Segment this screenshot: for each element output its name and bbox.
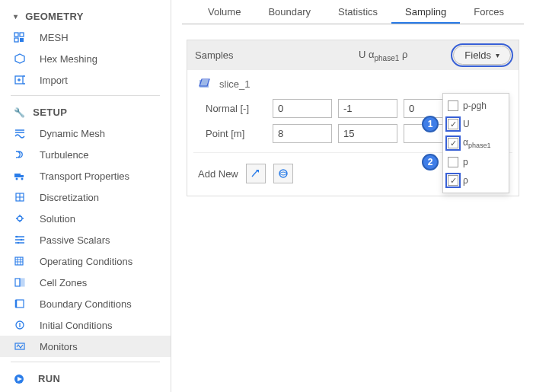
play-icon	[14, 374, 24, 384]
sidebar-item-label: Dynamic Mesh	[40, 128, 105, 139]
sidebar-item-label: MESH	[40, 32, 69, 43]
field-option-alpha-phase1[interactable]: ✓ αphase1	[443, 133, 509, 153]
tab-statistics[interactable]: Statistics	[324, 0, 391, 24]
truck-icon	[14, 169, 32, 183]
add-new-label: Add New	[198, 168, 238, 180]
dynamic-mesh-icon	[14, 126, 32, 140]
sidebar-item-label: Cell Zones	[40, 277, 87, 288]
sidebar-item-import[interactable]: Import	[0, 69, 171, 91]
wrench-icon: 🔧	[14, 107, 25, 118]
monitors-icon	[14, 339, 32, 353]
boundary-icon	[14, 297, 32, 311]
tab-label: Volume	[208, 6, 241, 18]
tabs: Volume Boundary Statistics Sampling Forc…	[182, 0, 524, 24]
point-x-input[interactable]	[273, 124, 332, 143]
initial-icon	[14, 318, 32, 332]
field-option-label: ρ	[463, 175, 468, 186]
sample-row-slice[interactable]: slice_1	[193, 70, 512, 96]
sidebar-item-discretization[interactable]: Discretization	[0, 186, 171, 208]
sidebar-item-transport-properties[interactable]: Transport Properties	[0, 165, 171, 186]
discretization-icon	[14, 190, 32, 204]
sidebar-item-label: Monitors	[40, 341, 78, 352]
tab-sampling[interactable]: Sampling	[391, 0, 460, 24]
sidebar-item-operating-conditions[interactable]: Operating Conditions	[0, 250, 171, 272]
svg-rect-1	[20, 33, 24, 37]
main-panel: Volume Boundary Statistics Sampling Forc…	[171, 0, 533, 392]
tab-label: Boundary	[268, 6, 311, 18]
svg-rect-3	[20, 38, 24, 42]
operating-icon	[14, 254, 32, 268]
sidebar-item-label: Initial Conditions	[40, 320, 112, 331]
checkbox-icon: ✓	[448, 119, 458, 129]
sidebar-divider	[11, 362, 160, 362]
sidebar-item-dynamic-mesh[interactable]: Dynamic Mesh	[0, 123, 171, 144]
fields-button-label: Fields	[464, 49, 491, 61]
field-option-p[interactable]: 2 p	[443, 153, 509, 171]
sidebar-item-label: Boundary Conditions	[40, 298, 132, 310]
sidebar-item-label: Discretization	[40, 192, 99, 203]
add-line-sample-button[interactable]	[246, 164, 266, 183]
sidebar-item-boundary-conditions[interactable]: Boundary Conditions	[0, 293, 171, 314]
svg-rect-6	[14, 174, 21, 177]
svg-rect-2	[14, 38, 18, 42]
sidebar-item-label: Import	[40, 75, 68, 86]
sidebar-item-label: Hex Meshing	[40, 53, 97, 65]
gear-icon	[14, 212, 32, 225]
checkbox-icon	[448, 100, 458, 111]
svg-point-9	[21, 178, 24, 180]
sidebar-group-label: GEOMETRY	[25, 11, 83, 22]
tab-forces[interactable]: Forces	[460, 0, 518, 24]
normal-x-input[interactable]	[273, 99, 332, 118]
samples-title: Samples	[195, 49, 359, 61]
selected-fields-display: U αphase1 ρ	[359, 49, 407, 62]
normal-y-input[interactable]	[338, 99, 397, 118]
field-option-label: U	[463, 119, 470, 129]
svg-rect-18	[16, 300, 24, 308]
import-icon	[14, 73, 32, 87]
sidebar-item-label: Transport Properties	[40, 171, 129, 182]
chevron-down-icon: ▾	[14, 12, 18, 21]
sidebar: ▾ GEOMETRY MESH Hex Meshing Import 🔧 SET…	[0, 0, 171, 392]
svg-point-11	[18, 216, 22, 221]
svg-rect-15	[15, 257, 23, 265]
sidebar-item-cell-zones[interactable]: Cell Zones	[0, 272, 171, 293]
svg-rect-16	[15, 279, 20, 286]
sidebar-item-passive-scalars[interactable]: Passive Scalars	[0, 229, 171, 250]
sidebar-group-geometry[interactable]: ▾ GEOMETRY	[0, 5, 171, 27]
sidebar-group-setup[interactable]: 🔧 SETUP	[0, 100, 171, 123]
checkbox-icon: ✓	[448, 138, 458, 148]
field-option-label: p	[463, 157, 468, 167]
tab-volume[interactable]: Volume	[194, 0, 254, 24]
sidebar-item-monitors[interactable]: Monitors	[0, 336, 171, 357]
checkbox-icon	[448, 157, 458, 167]
point-y-input[interactable]	[338, 124, 397, 143]
samples-header: Samples U αphase1 ρ Fields ▾	[187, 40, 519, 70]
sidebar-divider	[11, 95, 160, 96]
fields-dropdown-button[interactable]: Fields ▾	[453, 46, 511, 65]
tab-label: Forces	[474, 6, 504, 18]
field-option-u[interactable]: 1 ✓ U	[443, 115, 509, 133]
point-label: Point [m]	[198, 128, 266, 139]
sidebar-item-mesh[interactable]: MESH	[0, 27, 171, 48]
cell-zones-icon	[14, 276, 32, 289]
svg-point-12	[16, 236, 18, 237]
sidebar-item-initial-conditions[interactable]: Initial Conditions	[0, 314, 171, 336]
sidebar-item-solution[interactable]: Solution	[0, 208, 171, 229]
add-plane-sample-button[interactable]	[273, 164, 293, 183]
sample-name: slice_1	[219, 78, 250, 90]
sidebar-item-label: Solution	[40, 213, 75, 225]
sidebar-item-label: Operating Conditions	[40, 256, 132, 267]
sidebar-item-hex-meshing[interactable]: Hex Meshing	[0, 48, 171, 69]
slice-icon	[198, 78, 212, 90]
field-option-p-rhogh[interactable]: p-ρgh	[443, 97, 509, 115]
scalars-icon	[14, 233, 32, 247]
svg-marker-4	[15, 54, 24, 63]
chevron-down-icon: ▾	[496, 51, 499, 59]
field-option-rho[interactable]: ✓ ρ	[443, 171, 509, 190]
tab-boundary[interactable]: Boundary	[254, 0, 324, 24]
svg-point-13	[21, 239, 22, 241]
sidebar-item-turbulence[interactable]: Turbulence	[0, 144, 171, 165]
tab-label: Sampling	[405, 6, 446, 18]
sidebar-group-run[interactable]: RUN	[0, 367, 171, 389]
sidebar-item-label: Turbulence	[40, 149, 89, 161]
